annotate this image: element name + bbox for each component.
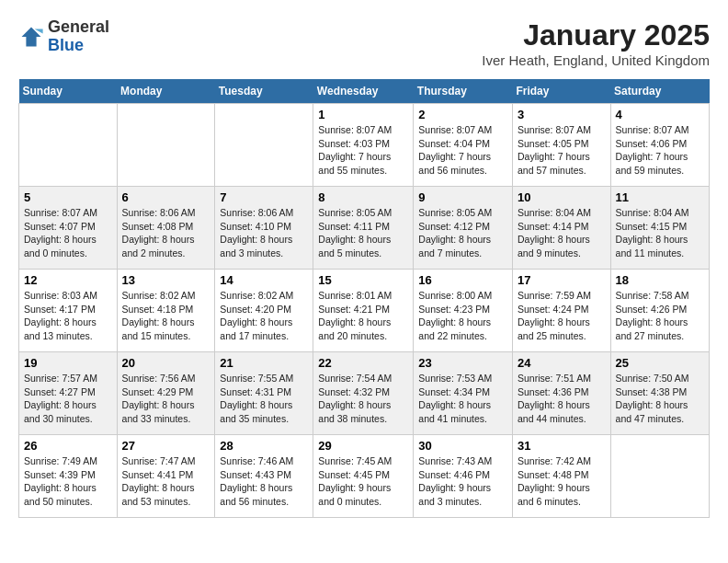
header-tuesday: Tuesday <box>215 79 313 104</box>
day-number: 25 <box>616 356 704 370</box>
calendar-cell: 8Sunrise: 8:05 AM Sunset: 4:11 PM Daylig… <box>313 187 414 270</box>
calendar-cell: 13Sunrise: 8:02 AM Sunset: 4:18 PM Dayli… <box>117 270 215 352</box>
calendar-week-row: 19Sunrise: 7:57 AM Sunset: 4:27 PM Dayli… <box>19 352 710 435</box>
calendar-cell: 24Sunrise: 7:51 AM Sunset: 4:36 PM Dayli… <box>512 352 610 435</box>
calendar-cell: 31Sunrise: 7:42 AM Sunset: 4:48 PM Dayli… <box>512 435 610 518</box>
calendar-table: SundayMondayTuesdayWednesdayThursdayFrid… <box>18 79 710 518</box>
day-number: 27 <box>122 439 210 453</box>
day-info: Sunrise: 8:00 AM Sunset: 4:23 PM Dayligh… <box>418 289 507 343</box>
day-number: 17 <box>518 273 606 287</box>
logo-icon <box>18 24 44 50</box>
calendar-cell: 30Sunrise: 7:43 AM Sunset: 4:46 PM Dayli… <box>414 435 513 518</box>
day-number: 29 <box>318 439 408 453</box>
day-number: 5 <box>24 190 112 204</box>
day-info: Sunrise: 8:03 AM Sunset: 4:17 PM Dayligh… <box>24 289 112 343</box>
title-section: January 2025 Iver Heath, England, United… <box>482 18 710 68</box>
day-info: Sunrise: 7:42 AM Sunset: 4:48 PM Dayligh… <box>518 454 606 509</box>
calendar-cell: 21Sunrise: 7:55 AM Sunset: 4:31 PM Dayli… <box>215 352 313 435</box>
day-number: 12 <box>24 273 112 287</box>
day-number: 15 <box>318 273 408 287</box>
calendar-cell <box>117 104 215 187</box>
calendar-cell: 10Sunrise: 8:04 AM Sunset: 4:14 PM Dayli… <box>512 187 610 270</box>
day-number: 4 <box>616 108 704 121</box>
day-info: Sunrise: 7:47 AM Sunset: 4:41 PM Dayligh… <box>122 454 210 509</box>
calendar-cell <box>19 104 118 187</box>
header-wednesday: Wednesday <box>313 79 414 104</box>
calendar-cell: 20Sunrise: 7:56 AM Sunset: 4:29 PM Dayli… <box>117 352 215 435</box>
day-number: 23 <box>418 356 507 370</box>
day-info: Sunrise: 8:01 AM Sunset: 4:21 PM Dayligh… <box>318 289 408 343</box>
day-info: Sunrise: 7:49 AM Sunset: 4:39 PM Dayligh… <box>24 454 112 509</box>
calendar-cell: 7Sunrise: 8:06 AM Sunset: 4:10 PM Daylig… <box>215 187 313 270</box>
day-number: 30 <box>418 439 507 453</box>
calendar-cell: 19Sunrise: 7:57 AM Sunset: 4:27 PM Dayli… <box>19 352 118 435</box>
day-number: 13 <box>122 273 210 287</box>
calendar-cell: 11Sunrise: 8:04 AM Sunset: 4:15 PM Dayli… <box>610 187 709 270</box>
day-number: 8 <box>318 190 408 204</box>
calendar-cell: 18Sunrise: 7:58 AM Sunset: 4:26 PM Dayli… <box>610 270 709 352</box>
calendar-header-row: SundayMondayTuesdayWednesdayThursdayFrid… <box>19 79 710 104</box>
day-number: 1 <box>318 108 408 121</box>
calendar-week-row: 26Sunrise: 7:49 AM Sunset: 4:39 PM Dayli… <box>19 435 710 518</box>
day-number: 20 <box>122 356 210 370</box>
calendar-cell: 12Sunrise: 8:03 AM Sunset: 4:17 PM Dayli… <box>19 270 118 352</box>
calendar-cell: 25Sunrise: 7:50 AM Sunset: 4:38 PM Dayli… <box>610 352 709 435</box>
header-friday: Friday <box>512 79 610 104</box>
calendar-cell: 28Sunrise: 7:46 AM Sunset: 4:43 PM Dayli… <box>215 435 313 518</box>
day-number: 19 <box>24 356 112 370</box>
day-number: 28 <box>220 439 308 453</box>
day-number: 24 <box>518 356 606 370</box>
calendar-cell: 23Sunrise: 7:53 AM Sunset: 4:34 PM Dayli… <box>414 352 513 435</box>
day-info: Sunrise: 7:59 AM Sunset: 4:24 PM Dayligh… <box>518 289 606 343</box>
day-info: Sunrise: 7:46 AM Sunset: 4:43 PM Dayligh… <box>220 454 308 509</box>
month-title: January 2025 <box>482 18 710 52</box>
calendar-cell: 27Sunrise: 7:47 AM Sunset: 4:41 PM Dayli… <box>117 435 215 518</box>
day-info: Sunrise: 7:50 AM Sunset: 4:38 PM Dayligh… <box>616 372 704 426</box>
day-info: Sunrise: 8:02 AM Sunset: 4:18 PM Dayligh… <box>122 289 210 343</box>
day-number: 11 <box>616 190 704 204</box>
calendar-cell: 5Sunrise: 8:07 AM Sunset: 4:07 PM Daylig… <box>19 187 118 270</box>
day-number: 22 <box>318 356 408 370</box>
calendar-cell: 26Sunrise: 7:49 AM Sunset: 4:39 PM Dayli… <box>19 435 118 518</box>
day-number: 10 <box>518 190 606 204</box>
day-number: 21 <box>220 356 308 370</box>
day-number: 16 <box>418 273 507 287</box>
calendar-cell: 6Sunrise: 8:06 AM Sunset: 4:08 PM Daylig… <box>117 187 215 270</box>
header-sunday: Sunday <box>19 79 118 104</box>
logo: General Blue <box>18 18 109 55</box>
day-info: Sunrise: 7:54 AM Sunset: 4:32 PM Dayligh… <box>318 372 408 426</box>
calendar-cell: 1Sunrise: 8:07 AM Sunset: 4:03 PM Daylig… <box>313 104 414 187</box>
day-info: Sunrise: 8:07 AM Sunset: 4:06 PM Dayligh… <box>616 123 704 178</box>
day-info: Sunrise: 8:02 AM Sunset: 4:20 PM Dayligh… <box>220 289 308 343</box>
calendar-week-row: 12Sunrise: 8:03 AM Sunset: 4:17 PM Dayli… <box>19 270 710 352</box>
day-info: Sunrise: 8:04 AM Sunset: 4:15 PM Dayligh… <box>616 206 704 260</box>
day-info: Sunrise: 8:07 AM Sunset: 4:03 PM Dayligh… <box>318 123 408 178</box>
day-info: Sunrise: 8:07 AM Sunset: 4:07 PM Dayligh… <box>24 206 112 260</box>
calendar-cell <box>610 435 709 518</box>
header-monday: Monday <box>117 79 215 104</box>
day-info: Sunrise: 7:57 AM Sunset: 4:27 PM Dayligh… <box>24 372 112 426</box>
day-info: Sunrise: 8:07 AM Sunset: 4:04 PM Dayligh… <box>418 123 507 178</box>
logo-blue-text: Blue <box>48 36 84 54</box>
calendar-cell <box>215 104 313 187</box>
day-number: 6 <box>122 190 210 204</box>
header-thursday: Thursday <box>414 79 513 104</box>
calendar-cell: 2Sunrise: 8:07 AM Sunset: 4:04 PM Daylig… <box>414 104 513 187</box>
day-info: Sunrise: 7:43 AM Sunset: 4:46 PM Dayligh… <box>418 454 507 509</box>
day-info: Sunrise: 7:45 AM Sunset: 4:45 PM Dayligh… <box>318 454 408 509</box>
day-number: 3 <box>518 108 606 121</box>
calendar-cell: 9Sunrise: 8:05 AM Sunset: 4:12 PM Daylig… <box>414 187 513 270</box>
calendar-cell: 3Sunrise: 8:07 AM Sunset: 4:05 PM Daylig… <box>512 104 610 187</box>
calendar-cell: 29Sunrise: 7:45 AM Sunset: 4:45 PM Dayli… <box>313 435 414 518</box>
calendar-cell: 17Sunrise: 7:59 AM Sunset: 4:24 PM Dayli… <box>512 270 610 352</box>
calendar-cell: 4Sunrise: 8:07 AM Sunset: 4:06 PM Daylig… <box>610 104 709 187</box>
location-text: Iver Heath, England, United Kingdom <box>482 52 710 68</box>
day-info: Sunrise: 8:06 AM Sunset: 4:08 PM Dayligh… <box>122 206 210 260</box>
day-info: Sunrise: 8:04 AM Sunset: 4:14 PM Dayligh… <box>518 206 606 260</box>
day-info: Sunrise: 7:53 AM Sunset: 4:34 PM Dayligh… <box>418 372 507 426</box>
day-info: Sunrise: 7:51 AM Sunset: 4:36 PM Dayligh… <box>518 372 606 426</box>
day-info: Sunrise: 8:05 AM Sunset: 4:12 PM Dayligh… <box>418 206 507 260</box>
day-info: Sunrise: 7:58 AM Sunset: 4:26 PM Dayligh… <box>616 289 704 343</box>
day-number: 9 <box>418 190 507 204</box>
day-number: 14 <box>220 273 308 287</box>
